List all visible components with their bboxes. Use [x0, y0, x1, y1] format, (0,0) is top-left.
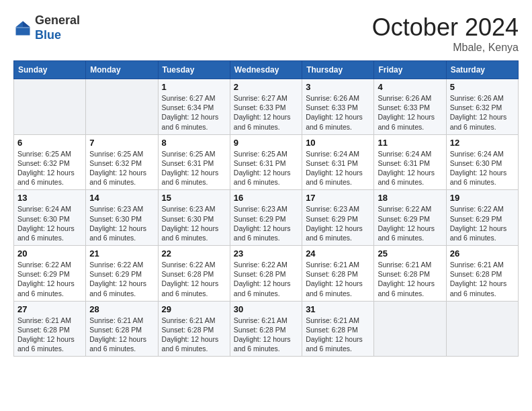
- day-number: 19: [450, 193, 515, 203]
- day-number: 6: [17, 138, 82, 148]
- calendar-cell: 25Sunrise: 6:21 AM Sunset: 6:28 PM Dayli…: [374, 246, 446, 302]
- day-info: Sunrise: 6:21 AM Sunset: 6:28 PM Dayligh…: [162, 316, 226, 354]
- calendar-cell: 20Sunrise: 6:22 AM Sunset: 6:29 PM Dayli…: [14, 246, 86, 302]
- calendar-cell: 30Sunrise: 6:21 AM Sunset: 6:28 PM Dayli…: [230, 301, 302, 357]
- calendar-week-4: 20Sunrise: 6:22 AM Sunset: 6:29 PM Dayli…: [14, 246, 519, 302]
- page-header: General Blue October 2024 Mbale, Kenya: [13, 13, 519, 54]
- day-info: Sunrise: 6:21 AM Sunset: 6:28 PM Dayligh…: [306, 260, 370, 298]
- day-info: Sunrise: 6:23 AM Sunset: 6:29 PM Dayligh…: [306, 204, 370, 242]
- calendar-week-2: 6Sunrise: 6:25 AM Sunset: 6:32 PM Daylig…: [14, 134, 519, 190]
- day-info: Sunrise: 6:25 AM Sunset: 6:32 PM Dayligh…: [17, 149, 82, 187]
- day-info: Sunrise: 6:21 AM Sunset: 6:28 PM Dayligh…: [17, 316, 82, 354]
- calendar-cell: 5Sunrise: 6:26 AM Sunset: 6:32 PM Daylig…: [446, 79, 518, 135]
- calendar-cell: 31Sunrise: 6:21 AM Sunset: 6:28 PM Dayli…: [302, 301, 374, 357]
- day-info: Sunrise: 6:22 AM Sunset: 6:29 PM Dayligh…: [450, 204, 515, 242]
- calendar-cell: 27Sunrise: 6:21 AM Sunset: 6:28 PM Dayli…: [14, 301, 86, 357]
- weekday-header-sunday: Sunday: [14, 61, 86, 79]
- day-number: 10: [306, 138, 370, 148]
- day-number: 20: [17, 248, 82, 259]
- calendar-cell: 13Sunrise: 6:24 AM Sunset: 6:30 PM Dayli…: [14, 190, 86, 246]
- calendar-cell: 3Sunrise: 6:26 AM Sunset: 6:33 PM Daylig…: [302, 79, 374, 135]
- day-info: Sunrise: 6:26 AM Sunset: 6:33 PM Dayligh…: [378, 93, 442, 132]
- day-number: 12: [450, 138, 515, 148]
- day-number: 9: [234, 138, 298, 148]
- day-number: 23: [234, 248, 298, 259]
- day-info: Sunrise: 6:21 AM Sunset: 6:28 PM Dayligh…: [450, 260, 515, 298]
- day-info: Sunrise: 6:27 AM Sunset: 6:33 PM Dayligh…: [234, 93, 298, 132]
- day-number: 5: [450, 82, 515, 92]
- month-title: October 2024: [372, 13, 519, 42]
- day-info: Sunrise: 6:21 AM Sunset: 6:28 PM Dayligh…: [234, 316, 298, 354]
- day-info: Sunrise: 6:22 AM Sunset: 6:29 PM Dayligh…: [17, 260, 82, 298]
- day-number: 13: [17, 193, 82, 203]
- calendar-cell: 24Sunrise: 6:21 AM Sunset: 6:28 PM Dayli…: [302, 246, 374, 302]
- calendar-cell: 18Sunrise: 6:22 AM Sunset: 6:29 PM Dayli…: [374, 190, 446, 246]
- title-block: October 2024 Mbale, Kenya: [372, 13, 519, 54]
- calendar-cell: 9Sunrise: 6:25 AM Sunset: 6:31 PM Daylig…: [230, 134, 302, 190]
- calendar-table: SundayMondayTuesdayWednesdayThursdayFrid…: [13, 60, 519, 357]
- day-info: Sunrise: 6:25 AM Sunset: 6:31 PM Dayligh…: [234, 149, 298, 187]
- day-number: 17: [306, 193, 370, 203]
- day-number: 1: [162, 82, 226, 92]
- calendar-cell: 23Sunrise: 6:22 AM Sunset: 6:28 PM Dayli…: [230, 246, 302, 302]
- day-number: 11: [378, 138, 442, 148]
- day-info: Sunrise: 6:26 AM Sunset: 6:32 PM Dayligh…: [450, 93, 515, 132]
- weekday-header-row: SundayMondayTuesdayWednesdayThursdayFrid…: [14, 61, 519, 79]
- day-info: Sunrise: 6:25 AM Sunset: 6:31 PM Dayligh…: [162, 149, 226, 187]
- calendar-cell: 1Sunrise: 6:27 AM Sunset: 6:34 PM Daylig…: [158, 79, 230, 135]
- calendar-week-3: 13Sunrise: 6:24 AM Sunset: 6:30 PM Dayli…: [14, 190, 519, 246]
- logo-general: General: [35, 13, 80, 28]
- calendar-cell: 2Sunrise: 6:27 AM Sunset: 6:33 PM Daylig…: [230, 79, 302, 135]
- weekday-header-thursday: Thursday: [302, 61, 374, 79]
- day-number: 8: [162, 138, 226, 148]
- calendar-cell: 12Sunrise: 6:24 AM Sunset: 6:30 PM Dayli…: [446, 134, 518, 190]
- calendar-cell: 16Sunrise: 6:23 AM Sunset: 6:29 PM Dayli…: [230, 190, 302, 246]
- svg-rect-2: [16, 27, 30, 28]
- day-info: Sunrise: 6:22 AM Sunset: 6:28 PM Dayligh…: [162, 260, 226, 298]
- day-info: Sunrise: 6:25 AM Sunset: 6:32 PM Dayligh…: [89, 149, 154, 187]
- day-info: Sunrise: 6:27 AM Sunset: 6:34 PM Dayligh…: [162, 93, 226, 132]
- day-info: Sunrise: 6:21 AM Sunset: 6:28 PM Dayligh…: [378, 260, 442, 298]
- calendar-cell: 21Sunrise: 6:22 AM Sunset: 6:29 PM Dayli…: [86, 246, 158, 302]
- day-number: 24: [306, 248, 370, 259]
- day-info: Sunrise: 6:23 AM Sunset: 6:29 PM Dayligh…: [234, 204, 298, 242]
- day-number: 26: [450, 248, 515, 259]
- day-number: 21: [89, 248, 154, 259]
- weekday-header-tuesday: Tuesday: [158, 61, 230, 79]
- day-info: Sunrise: 6:24 AM Sunset: 6:30 PM Dayligh…: [17, 204, 82, 242]
- calendar-cell: 10Sunrise: 6:24 AM Sunset: 6:31 PM Dayli…: [302, 134, 374, 190]
- day-info: Sunrise: 6:23 AM Sunset: 6:30 PM Dayligh…: [162, 204, 226, 242]
- calendar-cell: 22Sunrise: 6:22 AM Sunset: 6:28 PM Dayli…: [158, 246, 230, 302]
- logo: General Blue: [13, 13, 80, 42]
- calendar-cell: 6Sunrise: 6:25 AM Sunset: 6:32 PM Daylig…: [14, 134, 86, 190]
- day-number: 3: [306, 82, 370, 92]
- logo-blue: Blue: [35, 28, 80, 43]
- weekday-header-monday: Monday: [86, 61, 158, 79]
- calendar-cell: [14, 79, 86, 135]
- calendar-cell: 28Sunrise: 6:21 AM Sunset: 6:28 PM Dayli…: [86, 301, 158, 357]
- day-info: Sunrise: 6:23 AM Sunset: 6:30 PM Dayligh…: [89, 204, 154, 242]
- calendar-cell: 4Sunrise: 6:26 AM Sunset: 6:33 PM Daylig…: [374, 79, 446, 135]
- weekday-header-wednesday: Wednesday: [230, 61, 302, 79]
- calendar-week-5: 27Sunrise: 6:21 AM Sunset: 6:28 PM Dayli…: [14, 301, 519, 357]
- calendar-cell: [446, 301, 518, 357]
- day-number: 7: [89, 138, 154, 148]
- day-number: 22: [162, 248, 226, 259]
- logo-icon: [13, 19, 32, 38]
- day-number: 16: [234, 193, 298, 203]
- day-info: Sunrise: 6:22 AM Sunset: 6:28 PM Dayligh…: [234, 260, 298, 298]
- day-info: Sunrise: 6:24 AM Sunset: 6:31 PM Dayligh…: [378, 149, 442, 187]
- calendar-cell: 29Sunrise: 6:21 AM Sunset: 6:28 PM Dayli…: [158, 301, 230, 357]
- day-number: 25: [378, 248, 442, 259]
- calendar-cell: [374, 301, 446, 357]
- day-number: 29: [162, 304, 226, 314]
- weekday-header-friday: Friday: [374, 61, 446, 79]
- day-info: Sunrise: 6:22 AM Sunset: 6:29 PM Dayligh…: [89, 260, 154, 298]
- day-info: Sunrise: 6:21 AM Sunset: 6:28 PM Dayligh…: [89, 316, 154, 354]
- calendar-cell: 26Sunrise: 6:21 AM Sunset: 6:28 PM Dayli…: [446, 246, 518, 302]
- day-info: Sunrise: 6:24 AM Sunset: 6:30 PM Dayligh…: [450, 149, 515, 187]
- day-number: 14: [89, 193, 154, 203]
- day-number: 18: [378, 193, 442, 203]
- day-number: 2: [234, 82, 298, 92]
- day-number: 27: [17, 304, 82, 314]
